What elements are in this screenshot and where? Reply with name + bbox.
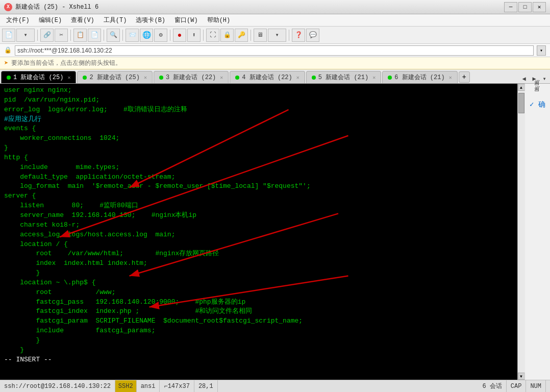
toolbar-help[interactable]: ❓: [292, 29, 305, 42]
tab-label-4: 4 新建会话 (22): [242, 73, 292, 82]
close-button[interactable]: ✕: [533, 2, 546, 12]
tab-bar: 1 新建会话 (25) ✕ 2 新建会话 (25) ✕ 3 新建会话 (22) …: [0, 69, 550, 84]
menu-view[interactable]: 查看(V): [67, 15, 98, 26]
terminal-line: root /var/www/html; #nginx存放网页路径: [4, 249, 513, 259]
terminal-line: }: [4, 143, 513, 153]
terminal-line: }: [4, 336, 513, 346]
tab-navigation: ◀ ▶ ▾: [519, 74, 549, 83]
vertical-scrollbar[interactable]: ▲ ▼: [517, 84, 524, 380]
menu-bar: 文件(F) 编辑(E) 查看(V) 工具(T) 选项卡(B) 窗口(W) 帮助(…: [0, 14, 550, 27]
menu-help[interactable]: 帮助(H): [203, 15, 235, 26]
menu-tools[interactable]: 工具(T): [99, 15, 131, 26]
toolbar-record[interactable]: ●: [173, 29, 186, 42]
tab-label-1: 1 新建会话 (25): [13, 73, 63, 82]
toolbar-new[interactable]: 📄: [2, 29, 15, 42]
tab-close-5[interactable]: ✕: [372, 75, 376, 81]
tab-3[interactable]: 3 新建会话 (22) ✕: [154, 71, 229, 83]
tab-1[interactable]: 1 新建会话 (25) ✕: [1, 71, 76, 83]
terminal-line: location / {: [4, 240, 513, 250]
status-charset: ansi: [137, 380, 160, 392]
title-bar: X 新建会话 (25) - Xshell 6 ─ □ ✕: [0, 0, 550, 14]
status-num: NUM: [526, 380, 546, 392]
side-check[interactable]: ✓ 确: [530, 100, 545, 109]
toolbar-globe[interactable]: 🌐: [140, 29, 153, 42]
terminal-line: error_log logs/error.log; #取消错误日志的注释: [4, 105, 513, 115]
status-position: 28,1: [194, 380, 218, 392]
toolbar: 📄 ▾ 🔗 ✂ 📋 📄 🔍 📨 🌐 ⚙ ● ⬆ ⛶ 🔒 🔑 🖥 ▾ ❓ 💬: [0, 27, 550, 44]
side-item-2[interactable]: 屏: [533, 94, 542, 98]
toolbar-key[interactable]: 🔑: [235, 29, 248, 42]
terminal-line: index index.html index.htm;: [4, 259, 513, 268]
tab-dot-2: [83, 76, 87, 80]
toolbar-chat[interactable]: 💬: [306, 29, 319, 42]
tab-nav-menu[interactable]: ▾: [540, 74, 549, 83]
scroll-track[interactable]: [518, 91, 525, 373]
tab-dot-5: [312, 76, 316, 80]
status-size: ⌐ 147x37: [160, 380, 194, 392]
toolbar-copy[interactable]: 📋: [73, 29, 87, 42]
tab-label-2: 2 新建会话 (25): [89, 73, 139, 82]
terminal-line: listen 80; #监听80端口: [4, 201, 513, 211]
toolbar-monitor[interactable]: 🖥: [254, 29, 267, 42]
terminal-line: worker_connections 1024;: [4, 134, 513, 143]
tab-close-3[interactable]: ✕: [220, 75, 223, 81]
side-item-1[interactable]: 屏: [533, 88, 542, 92]
toolbar-new-dropdown[interactable]: ▾: [16, 29, 35, 42]
toolbar-disconnect[interactable]: ✂: [55, 29, 68, 42]
toolbar-expand[interactable]: ⛶: [206, 29, 219, 42]
tab-4[interactable]: 4 新建会话 (22) ✕: [230, 71, 305, 83]
terminal-line: include fastcgi_params;: [4, 326, 513, 336]
scroll-down-button[interactable]: ▼: [518, 373, 525, 380]
terminal-line: fastcgi_pass 192.168.140.120:9000; #php服…: [4, 298, 513, 307]
toolbar-send[interactable]: 📨: [126, 29, 139, 42]
toolbar-sep1: [37, 30, 38, 41]
terminal-line: access_log logs/host.access.log main;: [4, 230, 513, 240]
status-path: ssh://root@192.168.140.130:22: [4, 380, 115, 392]
title-text: 新建会话 (25) - Xshell 6: [15, 3, 98, 11]
toolbar-monitor-dropdown[interactable]: ▾: [268, 29, 286, 42]
info-bar: ➤ 要添加当前会话，点击左侧的箭头按钮。: [0, 57, 550, 69]
tab-close-4[interactable]: ✕: [296, 75, 299, 81]
tab-nav-next[interactable]: ▶: [530, 74, 539, 83]
terminal-line: include mime.types;: [4, 163, 513, 173]
window-controls[interactable]: ─ □ ✕: [504, 2, 546, 12]
address-dropdown[interactable]: ▾: [537, 45, 546, 56]
tab-6[interactable]: 6 新建会话 (21) ✕: [382, 71, 457, 83]
toolbar-connect[interactable]: 🔗: [40, 29, 54, 42]
terminal-line: fastcgi_param SCRIPT_FILENAME $document_…: [4, 316, 513, 326]
minimize-button[interactable]: ─: [504, 2, 517, 12]
maximize-button[interactable]: □: [518, 2, 532, 12]
terminal[interactable]: user nginx nginx;pid /var/run/nginx.pid;…: [0, 84, 517, 380]
info-text: 要添加当前会话，点击左侧的箭头按钮。: [11, 59, 121, 67]
address-bar: 🔒 ▾: [0, 44, 550, 57]
scroll-up-button[interactable]: ▲: [518, 84, 525, 91]
status-ssh: SSH2: [115, 380, 137, 392]
menu-window[interactable]: 窗口(W): [170, 15, 202, 26]
tab-2[interactable]: 2 新建会话 (25) ✕: [77, 71, 152, 83]
menu-edit[interactable]: 编辑(E): [35, 15, 66, 26]
address-input[interactable]: [15, 45, 534, 56]
toolbar-paste[interactable]: 📄: [88, 29, 101, 42]
info-icon: ➤: [4, 59, 8, 67]
tab-close-1[interactable]: ✕: [67, 75, 70, 81]
toolbar-search[interactable]: 🔍: [107, 29, 120, 42]
menu-file[interactable]: 文件(F): [2, 15, 34, 26]
scroll-thumb[interactable]: [518, 93, 524, 113]
terminal-wrapper: user nginx nginx;pid /var/run/nginx.pid;…: [0, 84, 550, 380]
tab-5[interactable]: 5 新建会话 (21) ✕: [306, 71, 381, 83]
toolbar-upload[interactable]: ⬆: [187, 29, 201, 42]
app-icon: X: [4, 3, 12, 11]
toolbar-settings[interactable]: ⚙: [154, 29, 167, 42]
tab-dot-1: [7, 76, 11, 80]
terminal-line: events {: [4, 124, 513, 134]
terminal-line: log_format main '$remote_addr - $remote_…: [4, 182, 513, 191]
tab-add-button[interactable]: +: [459, 71, 470, 83]
tab-nav-prev[interactable]: ◀: [519, 74, 529, 83]
terminal-line: -- INSERT --: [4, 355, 513, 365]
menu-tabs[interactable]: 选项卡(B): [132, 15, 169, 26]
terminal-line: pid /var/run/nginx.pid;: [4, 95, 513, 105]
tab-close-6[interactable]: ✕: [449, 75, 452, 81]
tab-dot-3: [159, 76, 163, 80]
toolbar-lock[interactable]: 🔒: [220, 29, 234, 42]
tab-close-2[interactable]: ✕: [144, 75, 147, 81]
